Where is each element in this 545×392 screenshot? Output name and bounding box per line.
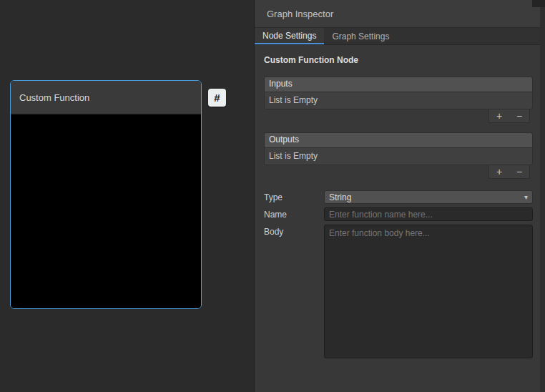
graph-inspector-panel: Graph Inspector Node Settings Graph Sett… <box>254 0 545 392</box>
outputs-footer-box: + − <box>488 165 530 179</box>
inspector-title: Graph Inspector <box>267 9 333 19</box>
outputs-empty-label: List is Empty <box>269 151 318 161</box>
inputs-list-empty-row: List is Empty <box>264 92 533 109</box>
function-fields: Type String ▾ Name Body <box>264 190 533 361</box>
custom-function-node[interactable]: Custom Function <box>10 80 202 309</box>
inputs-remove-button[interactable]: − <box>511 110 528 122</box>
inspector-header: Graph Inspector <box>255 0 545 28</box>
inputs-footer-box: + − <box>488 109 530 123</box>
outputs-list-title: Outputs <box>269 134 299 144</box>
function-name-input[interactable] <box>324 207 533 221</box>
inputs-empty-label: List is Empty <box>269 95 318 105</box>
chevron-down-icon: ▾ <box>524 193 528 201</box>
outputs-remove-button[interactable]: − <box>511 166 528 177</box>
tab-node-settings-label: Node Settings <box>262 31 316 41</box>
node-header[interactable]: Custom Function <box>11 81 201 114</box>
inputs-list-footer: + − <box>264 109 533 123</box>
type-row: Type String ▾ <box>264 190 533 204</box>
inputs-add-button[interactable]: + <box>491 110 508 122</box>
node-hash-badge-button[interactable]: # <box>208 89 226 107</box>
hash-icon: # <box>214 92 220 104</box>
tab-node-settings[interactable]: Node Settings <box>255 28 324 44</box>
node-body <box>11 114 201 309</box>
inspector-content: Custom Function Node Inputs List is Empt… <box>255 55 545 361</box>
name-row: Name <box>264 207 533 221</box>
node-title: Custom Function <box>19 92 89 103</box>
type-label: Type <box>264 190 324 202</box>
inputs-list: Inputs List is Empty + − <box>264 77 533 123</box>
outputs-list-header: Outputs <box>264 132 533 147</box>
inputs-list-title: Inputs <box>269 79 293 89</box>
inspector-tabbar: Node Settings Graph Settings <box>255 28 545 45</box>
outputs-list-empty-row: List is Empty <box>264 147 533 165</box>
name-label: Name <box>264 207 324 220</box>
section-title: Custom Function Node <box>264 55 533 65</box>
tab-graph-settings[interactable]: Graph Settings <box>324 28 397 44</box>
outputs-list-footer: + − <box>264 165 533 179</box>
outputs-list: Outputs List is Empty + − <box>264 132 533 179</box>
function-body-textarea[interactable] <box>324 225 533 358</box>
tab-graph-settings-label: Graph Settings <box>332 31 389 41</box>
body-label: Body <box>264 225 324 237</box>
inspector-scrollbar[interactable] <box>540 0 545 392</box>
outputs-add-button[interactable]: + <box>491 166 508 177</box>
type-dropdown-value: String <box>329 192 351 202</box>
type-dropdown[interactable]: String ▾ <box>324 190 533 204</box>
body-row: Body <box>264 225 533 361</box>
inputs-list-header: Inputs <box>264 77 533 92</box>
scrollbar-corner <box>532 0 545 7</box>
graph-canvas[interactable]: Custom Function # <box>0 0 254 392</box>
